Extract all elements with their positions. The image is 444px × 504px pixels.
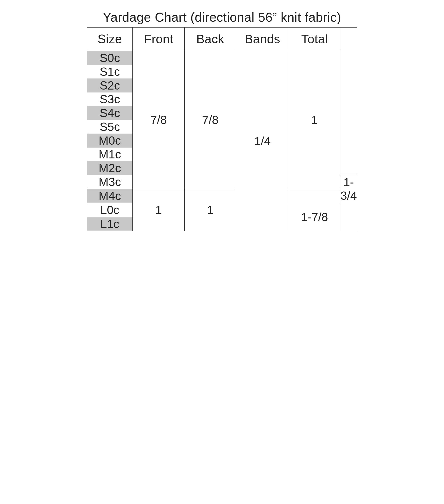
size-cell-s0c: S0c bbox=[87, 51, 133, 65]
size-cell-s3c: S3c bbox=[87, 92, 133, 106]
col-header-bands: Bands bbox=[236, 27, 289, 51]
total-value-group3: 1-7/8 bbox=[289, 203, 340, 231]
col-header-front: Front bbox=[133, 27, 184, 51]
chart-title: Yardage Chart (directional 56” knit fabr… bbox=[103, 10, 341, 25]
size-cell-m3c: M3c bbox=[87, 175, 133, 189]
total-value-group1: 1 bbox=[289, 51, 340, 189]
size-cell-s4c: S4c bbox=[87, 106, 133, 120]
back-value-group1: 7/8 bbox=[185, 51, 236, 189]
col-header-size: Size bbox=[87, 27, 133, 51]
table-row: M4c 1 1 bbox=[87, 189, 357, 203]
front-value-group1: 7/8 bbox=[133, 51, 184, 189]
size-cell-m2c: M2c bbox=[87, 161, 133, 175]
size-cell-m1c: M1c bbox=[87, 148, 133, 161]
col-header-total: Total bbox=[289, 27, 340, 51]
bands-value-all: 1/4 bbox=[236, 51, 289, 231]
total-value-group2: 1-3/4 bbox=[340, 175, 357, 203]
size-cell-s2c: S2c bbox=[87, 79, 133, 92]
size-cell-m0c: M0c bbox=[87, 134, 133, 148]
size-cell-s5c: S5c bbox=[87, 120, 133, 134]
header-row: Size Front Back Bands Total bbox=[87, 27, 357, 51]
back-value-group2: 1 bbox=[185, 189, 236, 231]
yardage-table: Size Front Back Bands Total S0c 7/8 7/8 … bbox=[87, 27, 357, 231]
size-cell-m4c: M4c bbox=[87, 189, 133, 203]
size-cell-s1c: S1c bbox=[87, 65, 133, 79]
size-cell-l1c: L1c bbox=[87, 217, 133, 231]
page-container: Yardage Chart (directional 56” knit fabr… bbox=[87, 10, 357, 231]
front-value-group2: 1 bbox=[133, 189, 184, 231]
col-header-back: Back bbox=[185, 27, 236, 51]
size-cell-l0c: L0c bbox=[87, 203, 133, 217]
table-row: S0c 7/8 7/8 1/4 1 bbox=[87, 51, 357, 65]
